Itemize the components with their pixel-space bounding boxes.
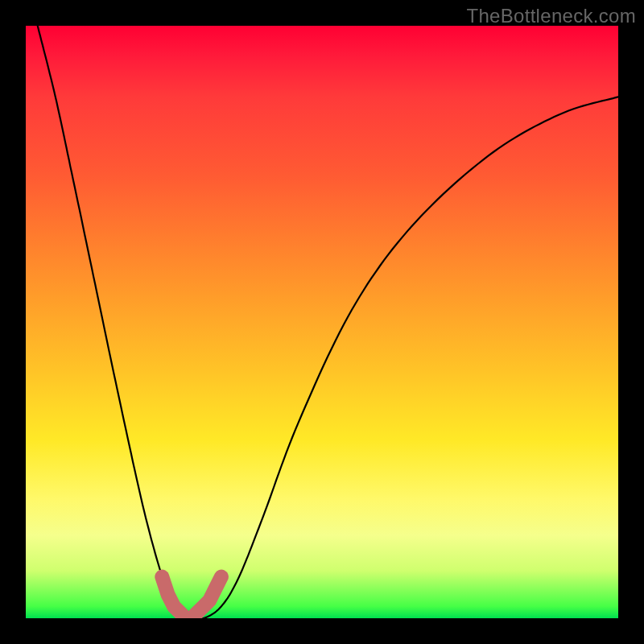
chart-frame: TheBottleneck.com [0,0,644,644]
watermark-text: TheBottleneck.com [466,5,636,27]
main-curve-path [38,26,618,618]
trough-marker-path [162,577,221,619]
curve-svg [26,26,618,618]
plot-area [26,26,618,618]
